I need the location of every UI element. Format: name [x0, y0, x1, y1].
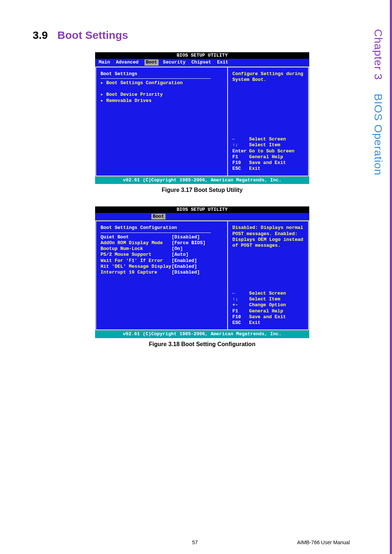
- key-row: EnterGo to Sub Screen: [232, 148, 304, 154]
- config-row: PS/2 Mouse Support[Auto]: [101, 252, 223, 258]
- config-row: Quiet Boot[Disabled]: [101, 234, 223, 240]
- bios-section-title: Boot Settings Configuration: [101, 225, 223, 231]
- document-page: Chapter 3 BIOS Operation 3.9 Boot Settin…: [0, 0, 392, 554]
- key-row: F10Save and Exit: [232, 160, 304, 166]
- bios-left-pane: Boot Settings Configuration Quiet Boot[D…: [96, 221, 228, 330]
- menu-item: ▸ Boot Settings Configuration: [101, 80, 223, 86]
- config-row: Wait For 'F1' If Error[Enabled]: [101, 258, 223, 264]
- submenu-arrow-icon: ▸: [101, 80, 106, 86]
- side-heading: Chapter 3 BIOS Operation: [372, 29, 384, 176]
- bios-body: Boot Settings Configuration Quiet Boot[D…: [95, 220, 309, 331]
- side-section: BIOS Operation: [372, 94, 384, 176]
- manual-title: AIMB-766 User Manual: [297, 539, 350, 545]
- key-row: F10Save and Exit: [232, 314, 304, 320]
- key-row: F1General Help: [232, 308, 304, 314]
- bios-footer: v02.61 (C)Copyright 1985-2006, American …: [95, 177, 309, 184]
- tab-advanced: Advanced: [116, 59, 144, 65]
- tab-main: Main: [99, 59, 116, 65]
- bios-section-title: Boot Settings: [101, 71, 223, 77]
- config-row: AddOn ROM Display Mode[Force BIOS]: [101, 240, 223, 246]
- bios-window: BIOS SETUP UTILITY Main Advanced Boot Se…: [95, 52, 309, 184]
- figure-caption: Figure 3.18 Boot Setting Configuration: [33, 341, 372, 348]
- bios-figure-2: BIOS SETUP UTILITY Boot Boot Settings Co…: [95, 206, 309, 338]
- help-text: Configure Settings during System Boot.: [232, 71, 304, 83]
- bios-tab-bar: Boot: [95, 213, 309, 220]
- bios-right-pane: Disabled: Displays normal POST messages.…: [228, 221, 309, 330]
- bios-tab-bar: Main Advanced Boot Security Chipset Exit: [95, 59, 309, 66]
- bios-footer: v02.61 (C)Copyright 1985-2006, American …: [95, 331, 309, 338]
- bios-window: BIOS SETUP UTILITY Boot Boot Settings Co…: [95, 206, 309, 338]
- bios-title: BIOS SETUP UTILITY: [95, 206, 309, 213]
- section-heading: 3.9 Boot Settings: [33, 29, 372, 41]
- key-row: ↑↓Select Item: [232, 296, 304, 302]
- tab-boot: Boot: [144, 59, 159, 65]
- bios-figure-1: BIOS SETUP UTILITY Main Advanced Boot Se…: [95, 52, 309, 184]
- figure-caption: Figure 3.17 Boot Setup Utility: [33, 187, 372, 193]
- side-chapter: Chapter 3: [372, 29, 384, 80]
- divider: [101, 233, 211, 233]
- bios-right-pane: Configure Settings during System Boot. ←…: [228, 67, 309, 176]
- tab-security: Security: [163, 59, 191, 65]
- bios-title: BIOS SETUP UTILITY: [95, 52, 309, 59]
- key-row: ESCExit: [232, 320, 304, 326]
- menu-item: ▸ Boot Device Priority: [101, 92, 223, 98]
- key-row: ←Select Screen: [232, 291, 304, 296]
- key-help: ←Select Screen ↑↓Select Item +-Change Op…: [232, 291, 304, 326]
- key-row: F1General Help: [232, 154, 304, 160]
- tab-exit: Exit: [217, 59, 234, 65]
- submenu-arrow-icon: ▸: [101, 98, 106, 103]
- bios-body: Boot Settings ▸ Boot Settings Configurat…: [95, 66, 309, 177]
- config-row: Hit 'DEL' Message Display[Enabled]: [101, 264, 223, 270]
- key-help: ←Select Screen ↑↓Select Item EnterGo to …: [232, 136, 304, 172]
- divider: [101, 78, 211, 79]
- config-row: Interrupt 19 Capture[Disabled]: [101, 270, 223, 275]
- heading-number: 3.9: [33, 29, 48, 41]
- heading-title: Boot Settings: [57, 29, 128, 41]
- key-row: ←Select Screen: [232, 136, 304, 142]
- key-row: ↑↓Select Item: [232, 142, 304, 148]
- help-text: Disabled: Displays normal POST messages.…: [232, 225, 304, 249]
- page-number: 57: [192, 539, 198, 545]
- bios-left-pane: Boot Settings ▸ Boot Settings Configurat…: [96, 67, 228, 176]
- key-row: +-Change Option: [232, 302, 304, 308]
- key-row: ESCExit: [232, 166, 304, 172]
- submenu-arrow-icon: ▸: [101, 92, 106, 97]
- config-row: Bootup Num-Lock[On]: [101, 246, 223, 252]
- menu-item: ▸ Removable Drives: [101, 98, 223, 104]
- tab-boot: Boot: [151, 214, 166, 219]
- tab-chipset: Chipset: [191, 59, 217, 65]
